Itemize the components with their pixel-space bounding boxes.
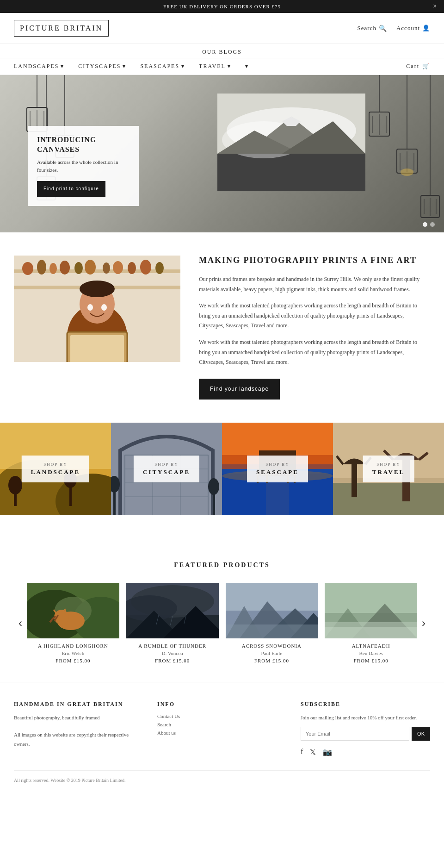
svg-rect-117 — [226, 583, 318, 611]
hero-pagination — [423, 222, 435, 227]
featured-section: FEATURED PRODUCTS ‹ — [0, 543, 444, 682]
blogs-link[interactable]: OUR BLOGS — [202, 49, 242, 56]
about-text: MAKING PHOTOGRAPHY PRINTS A FINE ART Our… — [199, 256, 430, 400]
account-button[interactable]: Account 👤 — [396, 25, 430, 32]
dot-1[interactable] — [423, 222, 427, 227]
email-input[interactable] — [301, 727, 409, 741]
category-cityscape[interactable]: Shop By CITYSCAPE — [111, 423, 222, 515]
svg-point-46 — [49, 263, 57, 274]
product-price: FROM £15.00 — [325, 658, 417, 663]
product-item[interactable]: A RUMBLE OF THUNDER D. Voncoa FROM £15.0… — [126, 583, 219, 663]
svg-point-44 — [22, 262, 33, 275]
announcement-text: FREE UK DELIVERY ON ORDERS OVER £75 — [163, 4, 281, 9]
main-nav: LANDSCAPES ▾ CITYSCAPES ▾ SEASCAPES ▾ TR… — [0, 58, 444, 75]
category-travel[interactable]: Shop By TRAVEL — [333, 423, 444, 515]
product-name: ALTNAFEADH — [325, 643, 417, 649]
svg-point-57 — [80, 281, 115, 297]
product-item[interactable]: ALTNAFEADH Ben Davies FROM £15.00 — [325, 583, 417, 663]
nav-landscapes[interactable]: LANDSCAPES ▾ — [14, 63, 64, 70]
product-item[interactable]: ACROSS SNOWDONIA Paul Earle FROM £15.00 — [226, 583, 318, 663]
search-icon: 🔍 — [379, 25, 387, 32]
product-artist: Paul Earle — [226, 650, 318, 656]
svg-rect-59 — [70, 335, 124, 362]
header-actions: Search 🔍 Account 👤 — [358, 25, 430, 32]
product-image-altnafeadh — [325, 583, 417, 638]
nav-more[interactable]: ▾ — [245, 63, 249, 70]
footer-col2-title: INFO — [157, 701, 287, 708]
svg-point-52 — [128, 262, 136, 274]
product-price: FROM £15.00 — [226, 658, 318, 663]
svg-rect-124 — [325, 583, 417, 613]
svg-point-51 — [113, 261, 123, 274]
svg-point-53 — [140, 260, 151, 275]
secondary-nav: OUR BLOGS — [0, 44, 444, 58]
chevron-down-icon: ▾ — [228, 63, 231, 70]
about-link[interactable]: About us — [157, 730, 287, 736]
svg-rect-128 — [325, 627, 417, 638]
svg-point-54 — [155, 262, 164, 274]
svg-point-67 — [8, 476, 22, 494]
hero-overlay: INTRODUCING CANVASES Available across th… — [28, 126, 139, 206]
carousel-prev-button[interactable]: ‹ — [14, 617, 27, 630]
footer-col3-title: SUBSCRIBE — [301, 701, 430, 708]
footer-col-about: HANDMADE IN GREAT BRITAIN Beautiful phot… — [14, 701, 143, 757]
product-name: ACROSS SNOWDONIA — [226, 643, 318, 649]
product-item[interactable]: A HIGHLAND LONGHORN Eric Welch FROM £15.… — [27, 583, 119, 663]
svg-point-50 — [103, 262, 110, 274]
logo[interactable]: PICTURE BRITAIN — [14, 20, 109, 37]
svg-point-48 — [74, 262, 83, 274]
footer-bottom: All rights reserved. Website © 2019 Pict… — [14, 770, 430, 783]
about-para1: Our prints and frames are bespoke and ha… — [199, 275, 430, 294]
close-icon[interactable]: × — [433, 3, 437, 10]
about-image — [14, 256, 180, 362]
lamps-right-decoration — [352, 75, 444, 232]
landscape-overlay: Shop By LANDSCAPE — [22, 456, 89, 482]
nav-cityscapes[interactable]: CITYSCAPES ▾ — [78, 63, 126, 70]
about-para2: We work with the most talented photograp… — [199, 301, 430, 331]
seascape-overlay: Shop By SEASCAPE — [247, 456, 308, 482]
svg-point-60 — [87, 304, 93, 311]
footer-grid: HANDMADE IN GREAT BRITAIN Beautiful phot… — [14, 701, 430, 757]
category-grid: Shop By LANDSCAPE Shop By CITYSCAPE — [0, 423, 444, 515]
social-icons: f 𝕏 📷 — [301, 748, 430, 756]
announcement-bar: FREE UK DELIVERY ON ORDERS OVER £75 × — [0, 0, 444, 13]
cart-button[interactable]: Cart 🛒 — [406, 63, 430, 70]
subscribe-text: Join our mailing list and receive 10% of… — [301, 713, 430, 723]
carousel-next-button[interactable]: › — [417, 617, 430, 630]
dot-2[interactable] — [430, 222, 435, 227]
svg-rect-34 — [217, 154, 365, 191]
twitter-icon[interactable]: 𝕏 — [310, 748, 316, 756]
contact-link[interactable]: Contact Us — [157, 713, 287, 719]
svg-point-47 — [60, 261, 70, 275]
search-button[interactable]: Search 🔍 — [358, 25, 387, 32]
product-image-thunder — [126, 583, 219, 638]
subscribe-form: OK — [301, 727, 430, 741]
nav-travel[interactable]: TRAVEL ▾ — [199, 63, 231, 70]
hero-canvas-artwork — [217, 94, 365, 191]
svg-point-45 — [37, 260, 46, 275]
instagram-icon[interactable]: 📷 — [323, 748, 332, 756]
category-landscape[interactable]: Shop By LANDSCAPE — [0, 423, 111, 515]
svg-point-49 — [85, 260, 96, 275]
product-artist: Eric Welch — [27, 650, 119, 656]
subscribe-button[interactable]: OK — [412, 727, 430, 741]
hero-background: INTRODUCING CANVASES Available across th… — [0, 75, 444, 232]
product-image-highland — [27, 583, 119, 638]
facebook-icon[interactable]: f — [301, 748, 303, 756]
footer-tagline: Beautiful photography, beautifully frame… — [14, 713, 143, 723]
search-link[interactable]: Search — [157, 722, 287, 727]
travel-overlay: Shop By TRAVEL — [363, 456, 414, 482]
product-name: A HIGHLAND LONGHORN — [27, 643, 119, 649]
about-person-illustration — [14, 256, 180, 362]
hero-cta-button[interactable]: Find print to configure — [37, 181, 105, 197]
category-seascape[interactable]: Shop By SEASCAPE — [222, 423, 333, 515]
nav-seascapes[interactable]: SEASCAPES ▾ — [140, 63, 185, 70]
footer-col1-title: HANDMADE IN GREAT BRITAIN — [14, 701, 143, 708]
product-name: A RUMBLE OF THUNDER — [126, 643, 219, 649]
account-icon: 👤 — [422, 25, 430, 32]
hero-subtitle: Available across the whole collection in… — [37, 158, 127, 175]
find-landscape-button[interactable]: Find your landscape — [199, 379, 280, 400]
product-image-snowdonia — [226, 583, 318, 638]
about-section: MAKING PHOTOGRAPHY PRINTS A FINE ART Our… — [0, 232, 444, 423]
footer-copyright-note: All images on this website are copyright… — [14, 731, 143, 749]
